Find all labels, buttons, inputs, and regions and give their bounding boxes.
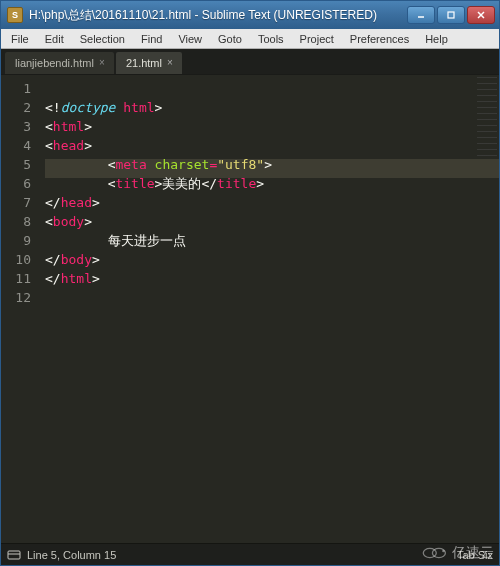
- line-number: 10: [1, 250, 31, 269]
- line-number: 1: [1, 79, 31, 98]
- menu-item-preferences[interactable]: Preferences: [342, 31, 417, 47]
- code-line[interactable]: <!doctype html>: [45, 98, 499, 117]
- line-number: 2: [1, 98, 31, 117]
- code-line[interactable]: <html>: [45, 117, 499, 136]
- code-area[interactable]: <!doctype html><html><head> <meta charse…: [39, 75, 499, 543]
- titlebar[interactable]: S H:\php\总结\20161110\21.html - Sublime T…: [1, 1, 499, 29]
- menu-item-find[interactable]: Find: [133, 31, 170, 47]
- menu-item-goto[interactable]: Goto: [210, 31, 250, 47]
- menu-item-edit[interactable]: Edit: [37, 31, 72, 47]
- code-line[interactable]: <title>美美的</title>: [45, 174, 499, 193]
- tab-1[interactable]: 21.html×: [116, 52, 182, 74]
- svg-rect-4: [8, 551, 20, 559]
- code-line[interactable]: [45, 288, 499, 307]
- maximize-button[interactable]: [437, 6, 465, 24]
- menu-item-tools[interactable]: Tools: [250, 31, 292, 47]
- line-number: 8: [1, 212, 31, 231]
- line-number: 5: [1, 155, 31, 174]
- editor[interactable]: 123456789101112 <!doctype html><html><he…: [1, 75, 499, 543]
- status-position[interactable]: Line 5, Column 15: [27, 549, 116, 561]
- window-controls: [407, 6, 495, 24]
- line-number: 12: [1, 288, 31, 307]
- code-line[interactable]: [45, 307, 499, 326]
- tabbar: lianjiebendi.html×21.html×: [1, 49, 499, 75]
- code-line[interactable]: </html>: [45, 269, 499, 288]
- menu-item-project[interactable]: Project: [292, 31, 342, 47]
- code-line[interactable]: <head>: [45, 136, 499, 155]
- line-number: 6: [1, 174, 31, 193]
- tab-label: lianjiebendi.html: [15, 57, 94, 69]
- statusbar: Line 5, Column 15 Tab Siz: [1, 543, 499, 565]
- status-icon: [7, 549, 21, 561]
- menu-item-file[interactable]: File: [3, 31, 37, 47]
- code-line[interactable]: <body>: [45, 212, 499, 231]
- menu-item-help[interactable]: Help: [417, 31, 456, 47]
- tab-close-icon[interactable]: ×: [99, 58, 109, 68]
- line-number: 9: [1, 231, 31, 250]
- code-line[interactable]: </head>: [45, 193, 499, 212]
- code-line[interactable]: 每天进步一点: [45, 231, 499, 250]
- status-tab-size[interactable]: Tab Siz: [457, 549, 493, 561]
- line-number: 3: [1, 117, 31, 136]
- app-icon: S: [7, 7, 23, 23]
- app-window: S H:\php\总结\20161110\21.html - Sublime T…: [0, 0, 500, 566]
- tab-label: 21.html: [126, 57, 162, 69]
- line-number: 11: [1, 269, 31, 288]
- close-button[interactable]: [467, 6, 495, 24]
- tab-close-icon[interactable]: ×: [167, 58, 177, 68]
- tab-0[interactable]: lianjiebendi.html×: [5, 52, 114, 74]
- menu-item-view[interactable]: View: [170, 31, 210, 47]
- line-number: 7: [1, 193, 31, 212]
- menubar: FileEditSelectionFindViewGotoToolsProjec…: [1, 29, 499, 49]
- menu-item-selection[interactable]: Selection: [72, 31, 133, 47]
- gutter: 123456789101112: [1, 75, 39, 543]
- code-line[interactable]: </body>: [45, 250, 499, 269]
- window-title: H:\php\总结\20161110\21.html - Sublime Tex…: [29, 7, 407, 24]
- minimize-button[interactable]: [407, 6, 435, 24]
- code-line[interactable]: <meta charset="utf8">: [45, 155, 499, 174]
- svg-rect-1: [448, 12, 454, 18]
- line-number: 4: [1, 136, 31, 155]
